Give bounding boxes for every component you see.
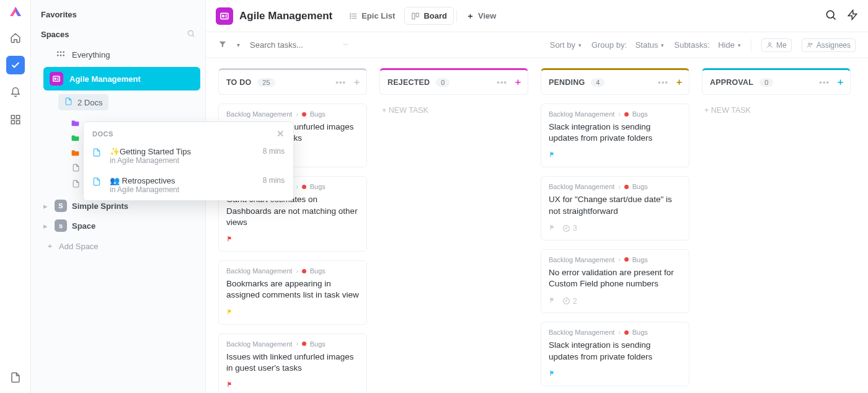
column-header[interactable]: PENDING4•••＋ — [541, 68, 689, 95]
priority-flag-icon[interactable] — [549, 150, 556, 161]
add-space-label: Add Space — [59, 242, 99, 251]
rail-docs-icon[interactable] — [6, 368, 25, 387]
svg-point-23 — [350, 17, 351, 18]
tab-label: Epic List — [361, 11, 395, 20]
rail-home-icon[interactable] — [6, 29, 25, 47]
doc-icon — [64, 97, 73, 107]
topbar: Agile Management Epic List Board ＋ View — [206, 0, 868, 32]
subtask-count[interactable]: 3 — [562, 224, 577, 232]
close-icon[interactable]: ✕ — [277, 128, 285, 139]
svg-point-9 — [60, 51, 61, 52]
task-card[interactable]: Backlog Management›BugsBookmarks are app… — [218, 260, 367, 324]
task-card[interactable]: Backlog Management›BugsSlack integration… — [541, 322, 689, 386]
sortby-button[interactable]: Sort by▾ — [550, 40, 582, 50]
rail-notifications-icon[interactable] — [6, 83, 25, 102]
page-title-wrap: Agile Management — [216, 7, 332, 25]
column-header[interactable]: APPROVAL0•••＋ — [702, 68, 851, 95]
card-title: Slack integration is sending updates fro… — [549, 121, 681, 144]
column-add-icon[interactable]: ＋ — [352, 76, 361, 88]
popover-item-2[interactable]: 👥 Retrospectives in Agile Management 8 m… — [84, 171, 293, 200]
card-breadcrumb: Backlog Management›Bugs — [226, 267, 359, 275]
column-menu-icon[interactable]: ••• — [819, 77, 830, 87]
tab-board[interactable]: Board — [404, 7, 454, 25]
status-dot-icon — [302, 185, 306, 189]
automation-icon[interactable] — [847, 9, 858, 23]
task-card[interactable]: Backlog Management›BugsNo error validati… — [541, 249, 689, 313]
column-count: 0 — [436, 78, 450, 87]
card-breadcrumb: Backlog Management›Bugs — [549, 110, 681, 118]
column-menu-icon[interactable]: ••• — [658, 77, 668, 87]
column-name: REJECTED — [388, 78, 430, 87]
search-icon[interactable] — [825, 9, 837, 23]
spaces-heading: Spaces — [36, 25, 200, 46]
search-input[interactable] — [250, 40, 337, 50]
column-count: 4 — [591, 78, 604, 87]
tab-add-view[interactable]: ＋ View — [459, 6, 503, 26]
svg-point-8 — [58, 51, 58, 52]
favorites-heading[interactable]: Favorites — [36, 6, 200, 25]
assignees-button[interactable]: Assignees — [802, 38, 856, 52]
new-task-button[interactable]: + NEW TASK — [379, 104, 528, 117]
sidebar-space-agile[interactable]: Agile Management — [43, 67, 200, 91]
space-label: Simple Sprints — [72, 201, 128, 211]
priority-flag-icon[interactable] — [549, 369, 556, 379]
svg-point-6 — [188, 30, 193, 35]
tab-label: View — [478, 11, 496, 20]
priority-flag-icon[interactable] — [226, 380, 234, 391]
chevron-right-icon: ▸ — [41, 201, 50, 211]
svg-rect-25 — [417, 13, 419, 17]
filter-icon[interactable] — [218, 40, 227, 50]
search-spaces-icon[interactable] — [187, 29, 195, 40]
sidebar-docs-pill[interactable]: 2 Docs — [58, 94, 108, 110]
popover-heading: DOCS — [92, 130, 113, 138]
card-breadcrumb: Backlog Management›Bugs — [226, 110, 359, 118]
me-toggle[interactable]: Me — [761, 38, 792, 52]
view-tabs: Epic List Board ＋ View — [342, 6, 503, 26]
chevron-down-icon[interactable]: ▾ — [237, 42, 240, 48]
task-card[interactable]: Backlog Management›BugsSlack integration… — [541, 104, 689, 167]
priority-flag-icon[interactable] — [226, 307, 234, 318]
add-space-button[interactable]: ＋ Add Space — [36, 236, 200, 257]
popover-item-1[interactable]: ✨Getting Started Tips in Agile Managemen… — [84, 142, 293, 171]
chevron-down-icon[interactable]: ﹀ — [343, 41, 349, 50]
sidebar-space-space[interactable]: ▸ s Space — [36, 216, 200, 236]
popover-item-subtitle: in Agile Management — [110, 156, 257, 165]
column-name: PENDING — [549, 78, 585, 87]
svg-rect-3 — [16, 115, 19, 118]
priority-flag-icon[interactable] — [549, 223, 556, 234]
groupby-button[interactable]: Group by: Status▾ — [591, 40, 665, 50]
task-card[interactable]: Backlog Management›BugsUX for "Change st… — [541, 176, 689, 240]
search-tasks[interactable]: ﹀ — [250, 40, 392, 50]
tab-epic-list[interactable]: Epic List — [342, 7, 402, 25]
column-header[interactable]: TO DO25•••＋ — [218, 68, 367, 95]
rail-dashboards-icon[interactable] — [6, 110, 25, 129]
column-menu-icon[interactable]: ••• — [335, 77, 346, 87]
priority-flag-icon[interactable] — [549, 296, 556, 306]
board-column-pending: PENDING4•••＋Backlog Management›BugsSlack… — [541, 68, 689, 383]
priority-flag-icon[interactable] — [226, 234, 234, 245]
svg-marker-1 — [16, 7, 21, 16]
subtask-count[interactable]: 2 — [562, 297, 577, 306]
column-name: APPROVAL — [710, 78, 753, 87]
column-add-icon[interactable]: ＋ — [675, 76, 684, 88]
board-column-approval: APPROVAL0•••＋+ NEW TASK — [702, 68, 851, 383]
svg-point-22 — [350, 15, 351, 16]
column-menu-icon[interactable]: ••• — [497, 77, 507, 87]
space-badge-icon — [50, 72, 63, 86]
rail-tasks-icon[interactable] — [6, 56, 25, 74]
doc-icon — [92, 176, 104, 194]
board-column-rejected: REJECTED0•••＋+ NEW TASK — [379, 68, 528, 383]
column-add-icon[interactable]: ＋ — [513, 76, 523, 88]
card-title: UX for "Change start/due date" is not st… — [549, 194, 681, 216]
subtasks-button[interactable]: Subtasks: Hide▾ — [674, 40, 740, 50]
column-header[interactable]: REJECTED0•••＋ — [379, 68, 528, 95]
sidebar-item-everything[interactable]: Everything — [36, 46, 200, 63]
app-logo-icon[interactable] — [8, 5, 23, 20]
board-area: TO DO25•••＋Backlog Management›BugsIssues… — [206, 58, 868, 393]
column-add-icon[interactable]: ＋ — [836, 76, 845, 88]
svg-point-15 — [55, 78, 56, 79]
column-count: 0 — [760, 78, 773, 87]
page-title: Agile Management — [239, 10, 332, 22]
new-task-button[interactable]: + NEW TASK — [702, 104, 851, 117]
task-card[interactable]: Backlog Management›BugsIssues with linke… — [218, 333, 367, 393]
